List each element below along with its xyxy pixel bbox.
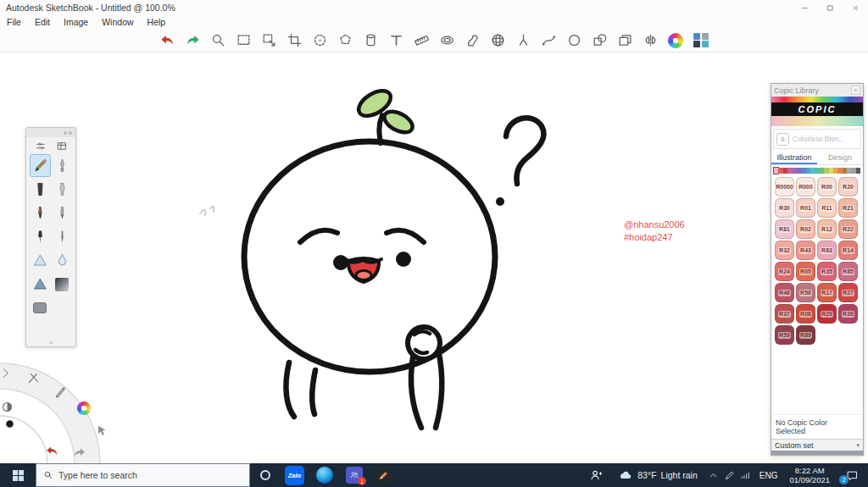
people-button[interactable]: [581, 463, 611, 487]
copic-swatch-R20[interactable]: R20: [838, 177, 858, 196]
undo-icon[interactable]: [42, 441, 61, 460]
ink-pen-tool[interactable]: [30, 225, 51, 248]
corner-tool-puck[interactable]: [0, 362, 136, 463]
brush-palette-header[interactable]: [26, 128, 75, 137]
marker-tool[interactable]: [30, 178, 51, 201]
curve-icon[interactable]: [540, 31, 558, 50]
copic-swatch-R14[interactable]: R14: [838, 241, 858, 260]
canvas[interactable]: @nhansu2006 #hoidap247 ≡ Copic Library ✕…: [0, 53, 868, 463]
contrast-icon[interactable]: [0, 397, 16, 416]
chevron-right-icon[interactable]: [0, 363, 14, 382]
tab-design[interactable]: Design: [817, 152, 863, 164]
edge-button[interactable]: [309, 463, 339, 487]
copic-swatch-R05[interactable]: R05: [796, 262, 815, 281]
transform-select-icon[interactable]: [260, 31, 278, 50]
text-icon[interactable]: [387, 31, 405, 50]
action-center-button[interactable]: 2: [836, 463, 868, 487]
language-indicator[interactable]: ENG: [754, 463, 784, 487]
redo-icon[interactable]: [184, 31, 202, 50]
tab-illustration[interactable]: Illustration: [771, 152, 817, 164]
brush-table-icon[interactable]: [53, 140, 71, 152]
close-icon[interactable]: ✕: [851, 86, 860, 95]
close-button[interactable]: [843, 0, 868, 15]
menu-help[interactable]: Help: [141, 17, 173, 27]
copic-swatch-R21[interactable]: R21: [838, 198, 858, 218]
split-icon[interactable]: [515, 31, 532, 50]
shapes-icon[interactable]: [591, 31, 609, 50]
copic-swatch-R12[interactable]: R12: [817, 219, 837, 239]
copic-swatch-R08[interactable]: R08: [796, 304, 815, 324]
sketchbook-button[interactable]: [369, 463, 398, 487]
copic-swatch-R29[interactable]: R29: [817, 304, 837, 324]
menu-image[interactable]: Image: [57, 17, 95, 27]
airbrush-tool[interactable]: [52, 178, 73, 201]
maximize-button[interactable]: [817, 0, 843, 15]
rect-select-icon[interactable]: [235, 31, 253, 50]
copic-swatch-R17[interactable]: R17: [817, 283, 837, 302]
copic-swatch-R30[interactable]: R30: [775, 198, 794, 218]
menu-file[interactable]: File: [0, 17, 28, 27]
perspective-icon[interactable]: [489, 31, 507, 50]
color-wheel-icon[interactable]: [75, 399, 93, 418]
redo-icon[interactable]: [70, 443, 88, 462]
copic-swatch-R56[interactable]: R56: [796, 283, 815, 302]
weather-widget[interactable]: 83°F Light rain: [611, 463, 705, 487]
black-dot-icon[interactable]: [0, 414, 19, 433]
zalo-button[interactable]: Zalo: [280, 463, 309, 487]
fill-icon[interactable]: [362, 31, 380, 50]
menu-window[interactable]: Window: [95, 17, 140, 27]
copic-swatch-R32[interactable]: R32: [775, 241, 794, 260]
start-button[interactable]: [0, 463, 36, 487]
needle-pen-tool[interactable]: [52, 225, 73, 248]
polygon-select-icon[interactable]: [337, 31, 354, 50]
pencil-tool[interactable]: [30, 154, 51, 177]
copic-swatch-R24[interactable]: R24: [775, 262, 794, 281]
custom-set-bar[interactable]: Custom set ▾: [771, 439, 863, 451]
colorless-blender-row[interactable]: 0 Colorless Blen..: [773, 129, 861, 149]
pen-tray-icon[interactable]: [721, 470, 737, 481]
triangle-tool[interactable]: [30, 249, 51, 272]
graphite-pencil-tool[interactable]: [52, 202, 73, 224]
copic-swatch-R01[interactable]: R01: [796, 198, 815, 218]
copic-swatch-R83[interactable]: R83: [817, 241, 837, 260]
copic-swatch-R22[interactable]: R22: [838, 219, 858, 239]
signal-icon[interactable]: [737, 470, 754, 481]
cursor-icon[interactable]: [92, 421, 110, 440]
copic-swatch-R89[interactable]: R89: [796, 325, 815, 345]
ruler-icon[interactable]: [413, 31, 431, 50]
stylus-star-icon[interactable]: [51, 382, 70, 401]
color-wheel-icon[interactable]: [667, 31, 685, 50]
copic-swatch-R59[interactable]: R59: [775, 325, 794, 345]
symmetry-icon[interactable]: [642, 31, 659, 50]
crop-icon[interactable]: [286, 31, 303, 50]
menu-edit[interactable]: Edit: [28, 17, 57, 27]
copic-resize-bar[interactable]: [771, 451, 863, 455]
palette-resize-handle[interactable]: ≡: [26, 340, 75, 346]
copic-swatch-R0000[interactable]: R0000: [775, 177, 794, 196]
blender-swatch[interactable]: 0: [776, 133, 789, 146]
eraser-block-tool[interactable]: [30, 296, 51, 319]
edit-tools-icon[interactable]: [24, 368, 42, 387]
settings-sliders-icon[interactable]: [31, 140, 50, 152]
copic-swatch-R37[interactable]: R37: [775, 304, 794, 324]
copic-swatch-R00[interactable]: R00: [817, 177, 837, 196]
ellipse-guide-icon[interactable]: [438, 31, 456, 50]
cortana-button[interactable]: [250, 463, 280, 487]
copic-swatch-R43[interactable]: R43: [796, 241, 815, 260]
copic-palette-icon[interactable]: [693, 31, 710, 50]
water-drop-tool[interactable]: [52, 249, 73, 272]
copic-swatch-R02[interactable]: R02: [796, 219, 815, 239]
copic-panel-header[interactable]: Copic Library ✕: [771, 84, 863, 97]
chevron-up-icon[interactable]: [705, 470, 721, 481]
copic-swatch-R39[interactable]: R39: [838, 304, 858, 324]
copic-swatch-R11[interactable]: R11: [817, 198, 837, 218]
french-curve-icon[interactable]: [464, 31, 481, 50]
gradient-tool[interactable]: [52, 273, 73, 296]
taskbar-search[interactable]: Type here to search: [36, 463, 250, 487]
paintbrush-tool[interactable]: [30, 202, 51, 224]
copic-swatch-R46[interactable]: R46: [775, 283, 794, 302]
copic-swatch-R81[interactable]: R81: [775, 219, 794, 239]
clock[interactable]: 8:22 AM 01/09/2021: [783, 463, 836, 487]
copic-swatch-R85[interactable]: R85: [838, 262, 858, 281]
circle-icon[interactable]: [565, 31, 583, 50]
